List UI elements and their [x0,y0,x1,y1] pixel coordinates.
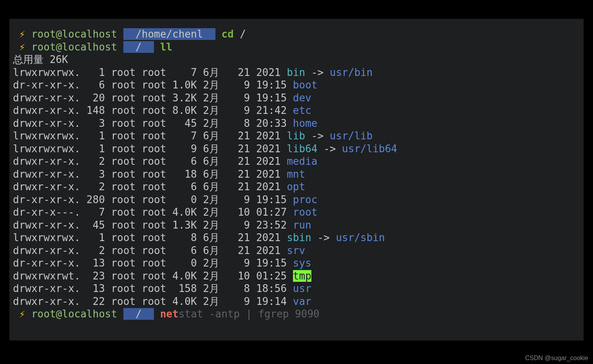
prompt-line-2: ⚡ root@localhost / ll [13,41,580,54]
list-item: lrwxrwxrwx. 1 root root 9 6月 21 2021 lib… [13,142,580,155]
typed-command: cd [221,28,233,40]
autosuggestion: stat -antp | fgrep 9090 [179,308,320,320]
list-item: drwxr-xr-x. 45 root root 1.3K 2月 9 23:52… [13,219,580,232]
list-item: drwxr-xr-x. 3 root root 18 6月 21 2021 mn… [13,168,580,181]
list-item: drwxr-xr-x. 13 root root 158 2月 8 18:56 … [13,282,580,295]
list-item: dr-xr-xr-x. 6 root root 1.0K 2月 9 19:15 … [13,79,580,92]
path-segment: / [136,308,142,320]
total-line: 总用量 26K [13,53,580,66]
list-item: drwxr-xr-x. 2 root root 6 6月 21 2021 med… [13,155,580,168]
list-item: drwxr-xr-x. 20 root root 3.2K 2月 9 19:15… [13,92,580,105]
list-item: dr-xr-xr-x. 280 root root 0 2月 9 19:15 p… [13,193,580,206]
bolt-icon: ⚡ [19,28,31,40]
watermark: CSDN @sugar_cookie [525,355,588,362]
list-item: drwxrwxrwt. 23 root root 4.0K 2月 10 01:2… [13,270,580,283]
user-host: root@localhost [31,41,117,53]
list-item: drwxr-xr-x. 2 root root 6 6月 21 2021 srv [13,244,580,257]
list-item: dr-xr-xr-x. 13 root root 0 2月 9 19:15 sy… [13,257,580,270]
prompt-line-1: ⚡ root@localhost /home/chenl cd / [13,28,580,41]
list-item: dr-xr-x---. 7 root root 4.0K 2月 10 01:27… [13,206,580,219]
path-segment: / [136,41,142,53]
prompt-line-3[interactable]: ⚡ root@localhost / netstat -antp | fgrep… [13,308,580,321]
typed-command: ll [160,41,172,53]
list-item: lrwxrwxrwx. 1 root root 7 6月 21 2021 bin… [13,66,580,79]
user-host: root@localhost [31,308,117,320]
terminal-window[interactable]: ⚡ root@localhost /home/chenl cd / ⚡ root… [9,19,584,341]
bolt-icon: ⚡ [19,41,31,53]
list-item: drwxr-xr-x. 148 root root 8.0K 2月 9 21:4… [13,104,580,117]
list-item: drwxr-xr-x. 2 root root 6 6月 21 2021 opt [13,180,580,193]
user-host: root@localhost [31,28,117,40]
list-item: drwxr-xr-x. 22 root root 4.0K 2月 9 19:14… [13,295,580,308]
bolt-icon: ⚡ [19,308,31,320]
typed-partial-command: net [160,308,179,320]
path-segment: /home/chenl [136,28,203,40]
list-item: drwxr-xr-x. 3 root root 45 2月 8 20:33 ho… [13,117,580,130]
list-item: lrwxrwxrwx. 1 root root 7 6月 21 2021 lib… [13,130,580,142]
directory-listing: lrwxrwxrwx. 1 root root 7 6月 21 2021 bin… [13,66,580,308]
command-arg: / [240,28,246,40]
list-item: lrwxrwxrwx. 1 root root 8 6月 21 2021 sbi… [13,231,580,244]
